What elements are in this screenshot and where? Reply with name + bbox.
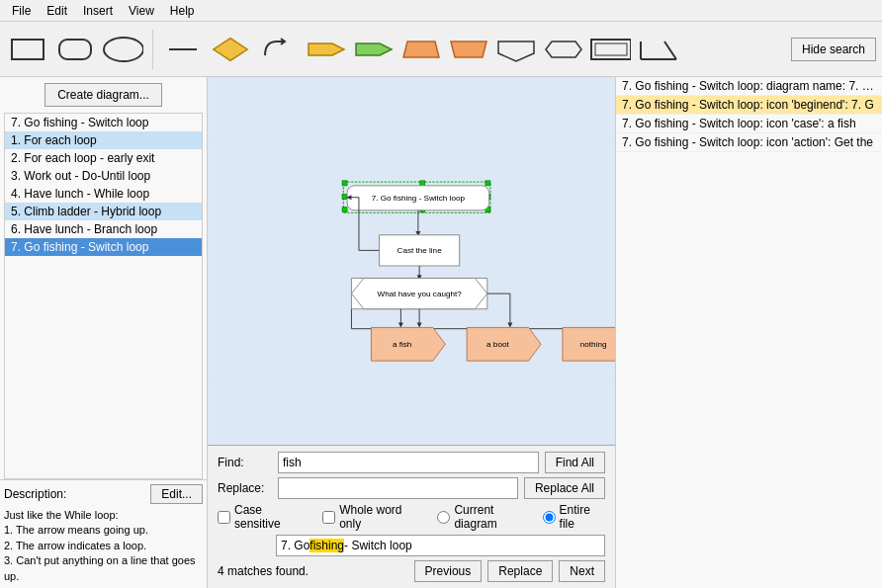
options-row: Case sensitive Whole word only Current d…: [218, 503, 605, 531]
replace-input[interactable]: [278, 477, 518, 499]
svg-rect-12: [595, 43, 627, 55]
canvas-area[interactable]: 7. Go fishing - Switch loop Cast the lin…: [208, 77, 615, 445]
diagram-svg: 7. Go fishing - Switch loop Cast the lin…: [208, 77, 615, 445]
svg-text:What have you caught?: What have you caught?: [378, 290, 463, 298]
diagram-list-item-7[interactable]: 7. Go fishing - Switch loop: [5, 238, 202, 256]
rect-border-tool[interactable]: [588, 28, 632, 71]
toolbar: Hide search: [0, 22, 882, 77]
left-panel: Create diagram... 7. Go fishing - Switch…: [0, 77, 208, 588]
menu-view[interactable]: View: [121, 2, 162, 20]
create-diagram-button[interactable]: Create diagram...: [44, 83, 162, 107]
replace-label: Replace:: [218, 481, 272, 495]
result-prefix: 7. Go: [281, 539, 309, 552]
edit-button[interactable]: Edit...: [150, 484, 203, 504]
previous-button[interactable]: Previous: [414, 560, 483, 582]
diagram-list-item-6[interactable]: 6. Have lunch - Branch loop: [5, 220, 202, 238]
case-sensitive-checkbox[interactable]: [218, 511, 230, 524]
svg-text:a fish: a fish: [393, 340, 411, 349]
diamond-tool[interactable]: [209, 28, 252, 71]
svg-rect-11: [591, 40, 631, 59]
diagram-list-item-2[interactable]: 2. For each loop - early exit: [5, 149, 202, 167]
svg-marker-4: [214, 38, 247, 60]
description-header: Description: Edit...: [4, 484, 203, 504]
right-panel: 7. Go fishing - Switch loop: diagram nam…: [615, 77, 882, 588]
main-area: Create diagram... 7. Go fishing - Switch…: [0, 77, 882, 588]
oval-tool[interactable]: [101, 28, 144, 71]
right-panel-item-0[interactable]: 7. Go fishing - Switch loop: diagram nam…: [616, 77, 882, 96]
next-button[interactable]: Next: [559, 560, 605, 582]
trapezoid-tool[interactable]: [398, 28, 442, 71]
svg-rect-21: [342, 208, 347, 212]
svg-rect-20: [485, 181, 490, 186]
result-display: 7. Go fishing - Switch loop: [276, 535, 605, 556]
svg-marker-5: [309, 43, 344, 55]
svg-text:nothing: nothing: [580, 340, 607, 349]
case-sensitive-option[interactable]: Case sensitive: [218, 503, 307, 531]
corner-tool[interactable]: [636, 28, 679, 71]
diagram-list-item-5[interactable]: 5. Climb ladder - Hybrid loop: [5, 203, 202, 220]
svg-marker-7: [403, 42, 439, 57]
diagram-list-item-0[interactable]: 7. Go fishing - Switch loop: [5, 114, 202, 131]
result-suffix: - Switch loop: [344, 539, 412, 552]
description-text: Just like the While loop:1. The arrow me…: [4, 508, 203, 584]
nav-row: 4 matches found. Previous Replace Next: [218, 560, 605, 582]
loop-arrow-tool[interactable]: [256, 28, 300, 71]
entire-file-radio[interactable]: [543, 511, 556, 524]
replace-row: Replace: Replace All: [218, 477, 605, 499]
current-diagram-radio-label[interactable]: Current diagram: [437, 503, 534, 531]
find-replace-bar: Find: Find All Replace: Replace All Case…: [208, 445, 615, 588]
whole-word-checkbox[interactable]: [322, 511, 335, 524]
description-area: Description: Edit... Just like the While…: [0, 479, 207, 588]
current-diagram-radio[interactable]: [437, 511, 450, 524]
svg-line-15: [664, 42, 676, 59]
arrow-down-rounded-tool[interactable]: [351, 28, 395, 71]
description-label: Description:: [4, 487, 66, 501]
toolbar-sep-1: [152, 30, 153, 69]
entire-file-radio-label[interactable]: Entire file: [543, 503, 605, 531]
hexagon-tool[interactable]: [541, 28, 584, 71]
svg-rect-24: [342, 195, 347, 200]
svg-rect-1: [59, 40, 91, 59]
whole-word-option[interactable]: Whole word only: [322, 503, 421, 531]
result-highlight: fishing: [309, 539, 344, 552]
menu-edit[interactable]: Edit: [39, 2, 75, 20]
find-all-button[interactable]: Find All: [545, 452, 605, 473]
find-input[interactable]: [278, 452, 539, 473]
find-label: Find:: [218, 456, 272, 469]
line-tool[interactable]: [161, 28, 205, 71]
diagram-list-item-1[interactable]: 1. For each loop: [5, 131, 202, 149]
svg-rect-18: [342, 181, 347, 186]
replace-all-button[interactable]: Replace All: [524, 477, 605, 499]
arrow-rounded-tool[interactable]: [304, 28, 347, 71]
svg-text:7. Go fishing - Switch loop: 7. Go fishing - Switch loop: [372, 194, 466, 203]
matches-text: 4 matches found.: [218, 564, 309, 578]
trapezoid-inv-tool[interactable]: [446, 28, 489, 71]
menu-insert[interactable]: Insert: [75, 2, 121, 20]
svg-marker-9: [498, 42, 534, 61]
diagram-list-item-3[interactable]: 3. Work out - Do-Until loop: [5, 167, 202, 185]
svg-marker-8: [451, 42, 486, 57]
menu-bar: File Edit Insert View Help: [0, 0, 882, 22]
find-row: Find: Find All: [218, 452, 605, 473]
svg-text:Cast the line: Cast the line: [397, 247, 443, 256]
right-panel-item-3[interactable]: 7. Go fishing - Switch loop: icon 'actio…: [616, 133, 882, 152]
diagram-list-item-4[interactable]: 4. Have lunch - While loop: [5, 185, 202, 203]
rect-tool[interactable]: [6, 28, 49, 71]
svg-rect-0: [12, 40, 44, 59]
pentagon-tool[interactable]: [493, 28, 537, 71]
menu-file[interactable]: File: [4, 2, 39, 20]
rounded-rect-tool[interactable]: [53, 28, 97, 71]
result-row: 7. Go fishing - Switch loop: [218, 535, 605, 556]
hide-search-button[interactable]: Hide search: [791, 38, 876, 61]
svg-point-2: [104, 38, 143, 61]
svg-marker-6: [356, 43, 392, 55]
right-panel-item-2[interactable]: 7. Go fishing - Switch loop: icon 'case'…: [616, 115, 882, 133]
menu-help[interactable]: Help: [162, 2, 203, 20]
diagram-list: 7. Go fishing - Switch loop 1. For each …: [4, 113, 203, 479]
svg-marker-10: [546, 42, 581, 57]
right-panel-item-1[interactable]: 7. Go fishing - Switch loop: icon 'begin…: [616, 96, 882, 115]
scope-radio-group: Current diagram Entire file: [437, 503, 605, 531]
replace-button[interactable]: Replace: [487, 560, 553, 582]
svg-text:a boot: a boot: [486, 340, 509, 349]
nav-buttons: Previous Replace Next: [414, 560, 605, 582]
